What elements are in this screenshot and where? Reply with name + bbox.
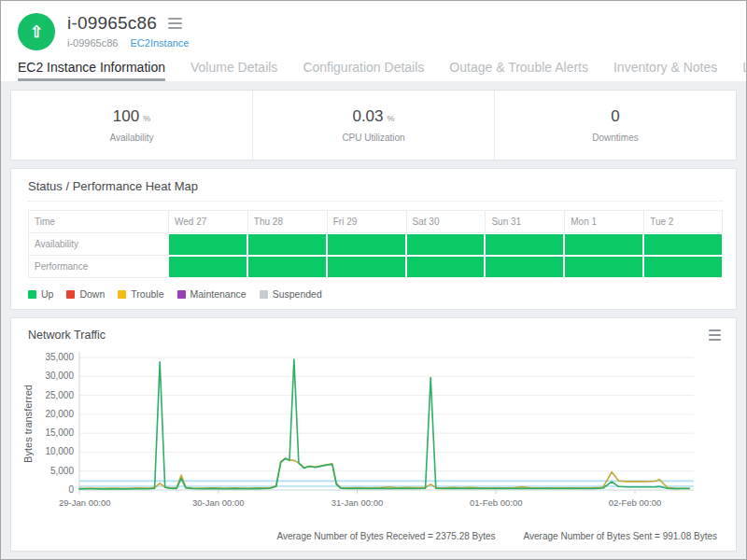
stat-unit: % bbox=[143, 114, 150, 123]
heatmap-column-header: Fri 29 bbox=[327, 210, 406, 233]
heatmap-cell-up[interactable] bbox=[643, 233, 723, 256]
y-axis-label: Bytes transferred bbox=[22, 385, 34, 463]
arrow-up-icon: ⇧ bbox=[30, 22, 43, 42]
legend-swatch-maintenance bbox=[177, 290, 186, 299]
tab-log-report[interactable]: Log Report bbox=[742, 60, 746, 81]
chart-average-text-2: Average Number of Bytes Sent = 991.08 By… bbox=[524, 531, 717, 541]
y-tick-label: 10,000 bbox=[45, 446, 74, 456]
y-tick-label: 35,000 bbox=[45, 352, 74, 362]
heatmap-cell-up[interactable] bbox=[406, 256, 486, 278]
heatmap-cell-up[interactable] bbox=[485, 256, 564, 278]
heatmap-cell-up[interactable] bbox=[485, 233, 564, 256]
chart-menu-icon[interactable] bbox=[707, 328, 723, 343]
legend-label: Up bbox=[41, 288, 53, 300]
heatmap-column-header: Thu 28 bbox=[247, 210, 327, 233]
stat-unit: % bbox=[388, 114, 395, 123]
app-window: ⇧ i-09965c86 i-09965c86 EC2Instance EC2 … bbox=[0, 0, 747, 560]
heatmap-row-label: Performance bbox=[28, 256, 168, 278]
legend-label: Trouble bbox=[131, 288, 163, 300]
summary-stats-card: 100%Availability0.03%CPU Utilization0Dow… bbox=[10, 90, 737, 161]
y-tick-label: 0 bbox=[68, 484, 74, 495]
stat-label: Downtimes bbox=[592, 133, 638, 143]
series-bytes-received bbox=[79, 359, 689, 489]
chart-average-text-1: Average Number of Bytes Received = 2375.… bbox=[276, 531, 495, 541]
heatmap-column-header: Sun 31 bbox=[485, 210, 564, 233]
page-title: i-09965c86 bbox=[67, 13, 157, 34]
heatmap-card: Status / Performance Heat Map TimeWed 27… bbox=[10, 168, 737, 310]
network-traffic-plot: 05,00010,00015,00020,00025,00030,00035,0… bbox=[21, 346, 723, 525]
hamburger-menu-icon[interactable] bbox=[166, 16, 184, 31]
heatmap-row-performance: Performance bbox=[28, 256, 723, 278]
stat-label: CPU Utilization bbox=[342, 133, 404, 143]
instance-avatar: ⇧ bbox=[18, 13, 55, 50]
heatmap-header-row: TimeWed 27Thu 28Fri 29Sat 30Sun 31Mon 1T… bbox=[28, 210, 723, 233]
legend-item-suspended: Suspended bbox=[260, 288, 322, 300]
heatmap-cell-up[interactable] bbox=[406, 233, 486, 256]
heatmap-row-label: Availability bbox=[28, 233, 168, 256]
heatmap-column-header: Time bbox=[28, 210, 168, 233]
stat-value: 0 bbox=[611, 107, 619, 126]
legend-item-down: Down bbox=[66, 288, 105, 300]
heatmap-cell-up[interactable] bbox=[168, 256, 247, 278]
heatmap-column-header: Tue 2 bbox=[643, 210, 723, 233]
legend-label: Down bbox=[79, 288, 105, 300]
heatmap-column-header: Sat 30 bbox=[406, 210, 486, 233]
heatmap-cell-up[interactable] bbox=[327, 233, 406, 256]
heatmap-table: TimeWed 27Thu 28Fri 29Sat 30Sun 31Mon 1T… bbox=[28, 210, 723, 278]
network-traffic-chart: 05,00010,00015,00020,00025,00030,00035,0… bbox=[21, 346, 723, 529]
page-header: ⇧ i-09965c86 i-09965c86 EC2Instance bbox=[1, 1, 746, 50]
legend-label: Maintenance bbox=[190, 288, 247, 300]
tab-configuration-details[interactable]: Configuration Details bbox=[303, 60, 424, 81]
heatmap-column-header: Wed 27 bbox=[168, 210, 247, 233]
y-tick-label: 5,000 bbox=[50, 466, 74, 476]
legend-item-trouble: Trouble bbox=[118, 288, 163, 300]
x-tick-label: 02-Feb 00:00 bbox=[609, 497, 662, 508]
stat-downtimes: 0Downtimes bbox=[494, 91, 736, 160]
tab-ec2-instance-information[interactable]: EC2 Instance Information bbox=[18, 60, 165, 81]
heatmap-cell-up[interactable] bbox=[247, 233, 327, 256]
heatmap-cell-up[interactable] bbox=[564, 233, 643, 256]
stat-cpu-utilization: 0.03%CPU Utilization bbox=[252, 91, 494, 160]
legend-swatch-up bbox=[28, 290, 36, 299]
heatmap-cell-up[interactable] bbox=[643, 256, 723, 278]
y-tick-label: 30,000 bbox=[45, 371, 74, 381]
heatmap-cell-up[interactable] bbox=[247, 256, 327, 278]
heatmap-column-header: Mon 1 bbox=[564, 210, 643, 233]
legend-item-up: Up bbox=[28, 288, 53, 300]
series-bytes-sent bbox=[79, 458, 689, 488]
network-traffic-card: Network Traffic 05,00010,00015,00020,000… bbox=[10, 317, 737, 552]
legend-swatch-trouble bbox=[118, 290, 126, 299]
stat-availability: 100%Availability bbox=[11, 91, 252, 160]
tab-volume-details[interactable]: Volume Details bbox=[190, 60, 277, 81]
stat-value: 0.03 bbox=[352, 107, 383, 126]
heatmap-cell-up[interactable] bbox=[327, 256, 406, 278]
instance-subtitle: i-09965c86 bbox=[67, 37, 118, 49]
y-tick-label: 15,000 bbox=[45, 427, 74, 438]
network-traffic-title: Network Traffic bbox=[28, 329, 106, 342]
heatmap-title: Status / Performance Heat Map bbox=[28, 179, 723, 202]
legend-swatch-down bbox=[66, 290, 75, 299]
tab-bar: EC2 Instance InformationVolume DetailsCo… bbox=[1, 50, 746, 81]
y-tick-label: 25,000 bbox=[45, 390, 74, 400]
stat-label: Availability bbox=[109, 133, 153, 143]
x-tick-label: 01-Feb 00:00 bbox=[470, 497, 523, 508]
legend-swatch-suspended bbox=[260, 290, 268, 299]
tab-inventory-notes[interactable]: Inventory & Notes bbox=[613, 60, 717, 81]
instance-type-link[interactable]: EC2Instance bbox=[131, 37, 190, 49]
heatmap-legend: UpDownTroubleMaintenanceSuspended bbox=[28, 288, 723, 300]
x-tick-label: 31-Jan 00:00 bbox=[331, 497, 383, 508]
chart-averages: Average Number of Bytes Received = 2375.… bbox=[21, 529, 723, 545]
x-tick-label: 29-Jan 00:00 bbox=[59, 497, 110, 508]
y-tick-label: 20,000 bbox=[45, 409, 74, 419]
content-area: 100%Availability0.03%CPU Utilization0Dow… bbox=[1, 81, 746, 559]
tab-outage-trouble-alerts[interactable]: Outage & Trouble Alerts bbox=[449, 60, 588, 81]
legend-label: Suspended bbox=[273, 288, 322, 300]
x-tick-label: 30-Jan 00:00 bbox=[192, 497, 244, 508]
heatmap-row-availability: Availability bbox=[28, 233, 723, 256]
heatmap-cell-up[interactable] bbox=[168, 233, 247, 256]
stat-value: 100 bbox=[113, 107, 139, 126]
legend-item-maintenance: Maintenance bbox=[177, 288, 247, 300]
heatmap-cell-up[interactable] bbox=[564, 256, 643, 278]
